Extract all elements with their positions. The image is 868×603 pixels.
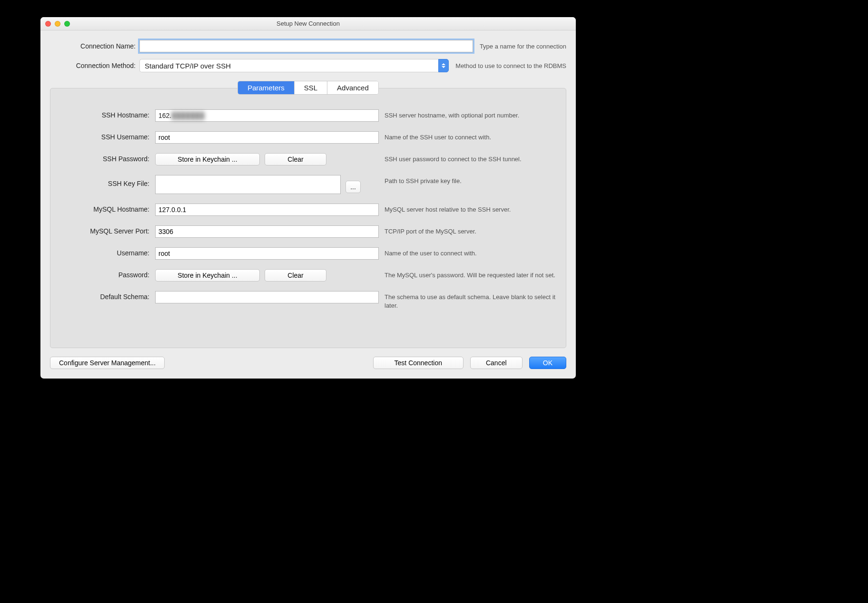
dialog-footer: Configure Server Management... Test Conn… — [40, 348, 576, 379]
mysql-hostname-label: MySQL Hostname: — [59, 204, 149, 213]
connection-name-label: Connection Name: — [50, 42, 136, 50]
configure-server-management-button[interactable]: Configure Server Management... — [50, 357, 165, 369]
titlebar: Setup New Connection — [40, 17, 576, 30]
ssh-keyfile-hint: Path to SSH private key file. — [385, 175, 557, 185]
username-hint: Name of the user to connect with. — [385, 247, 557, 258]
ssh-hostname-label: SSH Hostname: — [59, 109, 149, 119]
header-form: Connection Name: Type a name for the con… — [50, 40, 566, 72]
dialog-window: Setup New Connection Connection Name: Ty… — [40, 17, 576, 379]
connection-name-input[interactable] — [139, 40, 473, 52]
ssh-password-hint: SSH user password to connect to the SSH … — [385, 153, 557, 164]
tab-advanced[interactable]: Advanced — [327, 81, 378, 94]
ssh-password-clear-button[interactable]: Clear — [265, 153, 326, 165]
mysql-port-hint: TCP/IP port of the MySQL server. — [385, 225, 557, 236]
ssh-hostname-hint: SSH server hostname, with optional port … — [385, 109, 557, 120]
parameters-panel: SSH Hostname: 162. ███████ SSH server ho… — [50, 88, 566, 348]
ssh-keyfile-browse-button[interactable]: ... — [345, 181, 361, 193]
ssh-keyfile-label: SSH Key File: — [59, 175, 149, 187]
ssh-password-store-button[interactable]: Store in Keychain ... — [155, 153, 260, 165]
password-clear-button[interactable]: Clear — [265, 269, 326, 282]
username-input[interactable] — [155, 247, 379, 260]
password-store-button[interactable]: Store in Keychain ... — [155, 269, 260, 282]
window-title: Setup New Connection — [40, 20, 576, 27]
ssh-keyfile-input[interactable] — [155, 175, 341, 194]
ssh-username-hint: Name of the SSH user to connect with. — [385, 131, 557, 142]
ssh-username-input[interactable] — [155, 131, 379, 144]
tab-bar: Parameters SSL Advanced — [237, 81, 379, 95]
connection-name-hint: Type a name for the connection — [480, 43, 566, 50]
ssh-hostname-value-redacted: ███████ — [171, 112, 204, 119]
ssh-hostname-input[interactable]: 162. ███████ — [155, 109, 379, 122]
default-schema-input[interactable] — [155, 291, 379, 303]
chevron-updown-icon — [438, 59, 449, 72]
connection-method-value: Standard TCP/IP over SSH — [139, 59, 438, 72]
default-schema-hint: The schema to use as default schema. Lea… — [385, 291, 557, 310]
ssh-username-label: SSH Username: — [59, 131, 149, 141]
mysql-port-label: MySQL Server Port: — [59, 225, 149, 235]
password-hint: The MySQL user's password. Will be reque… — [385, 269, 557, 280]
default-schema-label: Default Schema: — [59, 291, 149, 301]
ssh-password-label: SSH Password: — [59, 153, 149, 163]
parameters-form: SSH Hostname: 162. ███████ SSH server ho… — [59, 109, 557, 310]
tab-parameters[interactable]: Parameters — [238, 81, 295, 94]
connection-method-select[interactable]: Standard TCP/IP over SSH — [139, 59, 449, 72]
mysql-port-input[interactable] — [155, 225, 379, 238]
test-connection-button[interactable]: Test Connection — [373, 357, 464, 369]
password-label: Password: — [59, 269, 149, 279]
ok-button[interactable]: OK — [529, 357, 566, 369]
tab-ssl[interactable]: SSL — [295, 81, 327, 94]
connection-method-label: Connection Method: — [50, 62, 136, 69]
ssh-hostname-value-prefix: 162. — [158, 112, 171, 119]
dialog-body: Connection Name: Type a name for the con… — [40, 30, 576, 348]
username-label: Username: — [59, 247, 149, 257]
mysql-hostname-input[interactable] — [155, 204, 379, 216]
cancel-button[interactable]: Cancel — [470, 357, 523, 369]
connection-method-hint: Method to use to connect to the RDBMS — [455, 62, 566, 69]
mysql-hostname-hint: MySQL server host relative to the SSH se… — [385, 204, 557, 214]
